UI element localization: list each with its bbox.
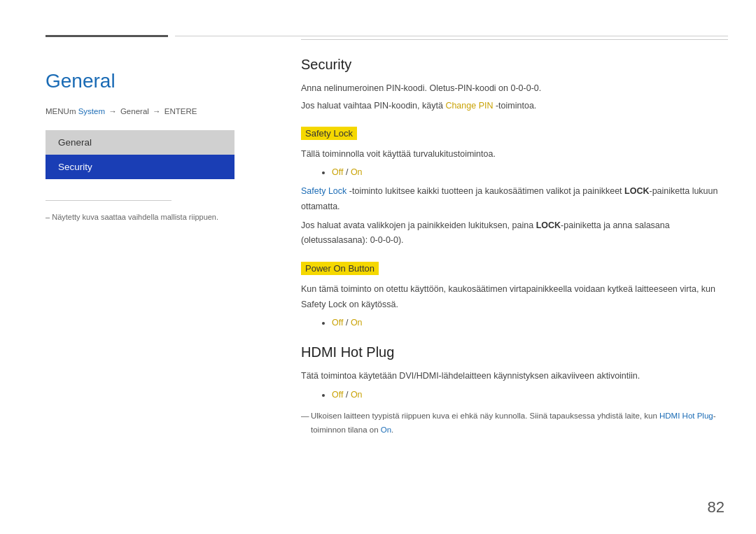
breadcrumb-arrow2: → <box>153 107 163 115</box>
hdmi-desc: Tätä toimintoa käytetään DVI/HDMI-lähdel… <box>301 369 728 384</box>
breadcrumb-menu: MENU <box>46 107 69 115</box>
top-rules <box>0 35 756 37</box>
hdmi-footnote-suffix: . <box>391 426 393 434</box>
hdmi-hot-plug-link: HDMI Hot Plug <box>659 412 713 420</box>
power-on-bullet: Off / On <box>332 315 728 331</box>
hdmi-footnote: Ulkoisen laitteen tyypistä riippuen kuva… <box>301 409 728 437</box>
rule-dark <box>46 35 168 37</box>
power-on-desc-prefix: Kun tämä toiminto on otettu käyttöön, ka… <box>301 284 715 294</box>
power-on-safety-lock-link: Safety Lock <box>301 300 346 309</box>
left-panel: General MENUm System → General → ENTERE … <box>0 0 238 534</box>
main-content: Security Anna nelinumeroinen PIN-koodi. … <box>301 39 728 506</box>
breadcrumb-system[interactable]: System <box>78 107 105 115</box>
hdmi-footnote-prefix: Ulkoisen laitteen tyypistä riippuen kuva… <box>311 412 659 420</box>
security-desc2-prefix: Jos haluat vaihtaa PIN-koodin, käytä <box>301 101 445 111</box>
safety-lock-body1-suffix: -toiminto lukitsee kaikki tuotteen ja ka… <box>346 186 624 196</box>
hdmi-sep: / <box>343 390 350 400</box>
hdmi-title: HDMI Hot Plug <box>301 344 728 360</box>
safety-lock-off: Off <box>332 167 343 177</box>
hdmi-bullet: Off / On <box>332 387 728 403</box>
breadcrumb-arrow1: → <box>108 107 119 115</box>
left-panel-footnote: Näytetty kuva saattaa vaihdella mallista… <box>46 211 238 224</box>
safety-lock-name1: Safety Lock <box>301 186 346 196</box>
security-desc2: Jos haluat vaihtaa PIN-koodin, käytä Cha… <box>301 99 728 113</box>
body2-prefix: Jos haluat avata valikkojen ja painikkei… <box>301 220 536 230</box>
page-wrapper: General MENUm System → General → ENTERE … <box>0 0 756 534</box>
power-on-header: Power On Button <box>301 262 379 275</box>
main-top-line <box>301 39 728 40</box>
hdmi-on: On <box>351 390 363 400</box>
change-pin-link[interactable]: Change PIN <box>445 101 493 111</box>
security-title: Security <box>301 57 728 73</box>
breadcrumb-enter: ENTERE <box>164 107 197 115</box>
nav-item-security[interactable]: Security <box>46 155 234 179</box>
lock-bold1: LOCK <box>624 186 649 196</box>
hdmi-on-link: On <box>381 426 391 434</box>
safety-lock-desc: Tällä toiminnolla voit käyttää turvaluki… <box>301 147 728 162</box>
hdmi-off: Off <box>332 390 343 400</box>
safety-lock-sep: / <box>343 167 350 177</box>
safety-lock-on: On <box>351 167 363 177</box>
hdmi-section: HDMI Hot Plug Tätä toimintoa käytetään D… <box>301 344 728 437</box>
divider-line <box>46 200 172 201</box>
safety-lock-header: Safety Lock <box>301 127 357 140</box>
power-on-desc-suffix: on käytössä. <box>346 300 398 309</box>
power-on-on: On <box>351 318 363 328</box>
safety-lock-body1: Safety Lock -toiminto lukitsee kaikki tu… <box>301 184 728 214</box>
security-desc2-suffix: -toimintoa. <box>493 101 536 111</box>
safety-lock-bullet: Off / On <box>332 164 728 181</box>
breadcrumb-general: General <box>120 107 149 115</box>
power-on-desc: Kun tämä toiminto on otettu käyttöön, ka… <box>301 282 728 312</box>
page-number: 82 <box>708 498 724 517</box>
lock-bold2: LOCK <box>536 220 561 230</box>
nav-item-general[interactable]: General <box>46 130 234 155</box>
breadcrumb: MENUm System → General → ENTERE <box>46 105 238 118</box>
power-on-off: Off <box>332 318 343 328</box>
page-title: General <box>46 70 238 92</box>
safety-lock-body2: Jos haluat avata valikkojen ja painikkei… <box>301 218 728 248</box>
security-desc1: Anna nelinumeroinen PIN-koodi. Oletus-PI… <box>301 81 728 96</box>
breadcrumb-menu-arrow: m <box>69 107 76 115</box>
nav-menu: General Security <box>46 130 234 179</box>
content-body: Security Anna nelinumeroinen PIN-koodi. … <box>301 39 728 437</box>
rule-light <box>175 36 728 36</box>
power-on-sep: / <box>343 318 350 328</box>
